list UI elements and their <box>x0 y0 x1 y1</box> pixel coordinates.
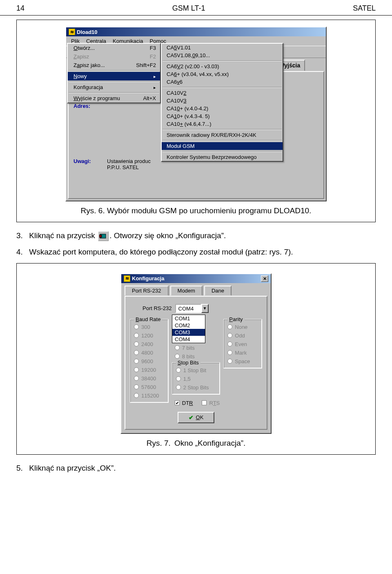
dload10-window: ≋ Dload10 Plik Centrala Komunikacja Pomo… <box>65 27 327 201</box>
nowy-submenu: CA5V1.01CA5V1.08,09,10...CA6V2 (v2.00 - … <box>161 43 283 162</box>
radio-option[interactable]: 1,5 <box>176 376 216 382</box>
radio-icon <box>227 333 232 338</box>
radio-option[interactable]: 1 Stop Bit <box>176 367 216 373</box>
radio-option[interactable]: 300 <box>134 324 165 330</box>
radio-option[interactable]: Odd <box>227 333 258 339</box>
radio-option[interactable]: 115200 <box>134 393 165 399</box>
radio-option[interactable]: Space <box>227 358 258 364</box>
tab-port-rs232[interactable]: Port RS-232 <box>125 286 169 296</box>
radio-icon <box>134 376 139 381</box>
radio-option[interactable]: 2 Stop Bits <box>176 384 216 391</box>
uwagi-line1: Ustawienia produc <box>107 158 151 164</box>
radio-icon <box>227 359 232 364</box>
group-parity: Parity NoneOddEvenMarkSpace <box>224 319 262 368</box>
radio-icon <box>176 368 181 373</box>
para-4-num: 4. <box>16 247 27 257</box>
submenu-item[interactable]: CA10+ (v.4.3-4. 5) <box>162 112 283 120</box>
radio-option[interactable]: 9600 <box>134 358 165 364</box>
checkbox-icon <box>202 400 207 405</box>
radio-icon <box>134 350 139 355</box>
radio-icon <box>134 342 139 346</box>
radio-icon <box>175 345 180 350</box>
dlg-titlebar: ≋ Konfiguracja ✕ <box>121 274 271 283</box>
check-icon: ✔ <box>189 414 194 421</box>
radio-option[interactable]: Even <box>227 341 258 347</box>
ok-button[interactable]: ✔ OK <box>178 412 214 423</box>
radio-option[interactable]: Mark <box>227 350 258 356</box>
page-header: 14 GSM LT-1 SATEL <box>0 0 392 16</box>
radio-option[interactable]: 1200 <box>134 333 165 339</box>
radio-icon <box>227 324 232 329</box>
fig2-caption-prefix: Rys. 7. <box>147 439 171 447</box>
menuitem-nowy[interactable]: Nowy <box>68 72 160 80</box>
radio-icon <box>134 367 139 372</box>
submenu-item[interactable]: CA6v6 <box>162 78 283 86</box>
config-toolbar-icon <box>98 231 109 241</box>
submenu-item[interactable]: CA10V3 <box>162 97 283 105</box>
submenu-item[interactable]: CA6+ (v3.04, v4.xx, v5.xx) <box>162 70 283 78</box>
submenu-item[interactable]: Moduł GSM <box>162 142 283 150</box>
submenu-item[interactable]: Sterownik radiowy RX/RE/RXH-2K/4K <box>162 131 283 139</box>
radio-option[interactable]: 2400 <box>134 341 165 347</box>
radio-icon <box>176 385 181 390</box>
fig1-caption-prefix: Rys. 6. <box>81 206 105 215</box>
checkbox-icon: ✔ <box>175 400 180 405</box>
menuitem-zapisz-jako[interactable]: Zapisz jako...Shift+F2 <box>68 61 160 69</box>
chevron-down-icon[interactable]: ▼ <box>201 304 209 313</box>
menuitem-konfiguracja[interactable]: Konfiguracja <box>68 83 160 92</box>
uwagi-line2: P.P.U. SATEL <box>107 164 151 170</box>
submenu-item[interactable]: CA10+ (v4.6,4.7...) <box>162 120 283 128</box>
fig1-caption-text: Wybór modułu GSM po uruchomieniu program… <box>107 206 311 215</box>
header-center: GSM LT-1 <box>172 4 205 13</box>
radio-icon <box>134 359 139 364</box>
submenu-item[interactable]: CA5V1.01 <box>162 44 283 51</box>
radio-icon <box>175 354 180 359</box>
radio-icon <box>134 393 139 398</box>
radio-option[interactable]: 38400 <box>134 375 165 382</box>
menuitem-wyjscie[interactable]: Wyjście z programuAlt+X <box>68 94 160 103</box>
dlg-title: Konfiguracja <box>132 275 164 281</box>
svg-rect-5 <box>99 235 102 237</box>
chk-rts[interactable]: RTS <box>202 400 220 406</box>
radio-option[interactable]: 57600 <box>134 384 165 390</box>
figure-1-caption: Rys. 6. Wybór modułu GSM po uruchomieniu… <box>23 206 369 215</box>
para-5-text: Kliknąć na przycisk „OK”. <box>29 464 116 472</box>
para-4-text: Wskazać port komputera, do którego podłą… <box>29 248 293 256</box>
submenu-item[interactable]: CA6V2 (v2.00 - v3.03) <box>162 63 283 70</box>
figure-2-caption: Rys. 7. Okno „Konfiguracja”. <box>23 439 369 448</box>
tab-modem[interactable]: Modem <box>170 286 203 296</box>
radio-option[interactable]: 7 bits <box>175 345 220 351</box>
radio-option[interactable]: 8 bits <box>175 353 220 360</box>
figure-2-frame: ≋ Konfiguracja ✕ Port RS-232 Modem Dane … <box>16 263 376 455</box>
radio-option[interactable]: None <box>227 324 258 330</box>
submenu-item[interactable]: Kontroler Systemu Bezprzewodowego <box>162 153 283 161</box>
app-icon: ≋ <box>69 29 75 35</box>
menuitem-otworz[interactable]: Otwórz...F3 <box>68 44 160 52</box>
para-3-num: 3. <box>16 230 27 241</box>
radio-icon <box>227 342 232 346</box>
ok-label: OK <box>196 414 204 420</box>
page-number: 14 <box>16 4 24 13</box>
radio-option[interactable]: 4800 <box>134 350 165 356</box>
radio-icon <box>134 333 139 338</box>
radio-option[interactable]: 19200 <box>134 367 165 373</box>
para-5-num: 5. <box>16 463 27 473</box>
dlg-inner: Port RS-232 COM4 ▼ COM1COM2COM3COM4 Baud… <box>125 296 267 430</box>
konfiguracja-dialog: ≋ Konfiguracja ✕ Port RS-232 Modem Dane … <box>120 273 272 434</box>
radio-icon <box>134 324 139 329</box>
app-icon: ≋ <box>124 275 130 282</box>
plik-dropdown: Otwórz...F3 ZapiszF2 Zapisz jako...Shift… <box>67 43 161 103</box>
figure-1-frame: ≋ Dload10 Plik Centrala Komunikacja Pomo… <box>16 20 376 222</box>
close-icon[interactable]: ✕ <box>261 275 268 282</box>
tab-dane[interactable]: Dane <box>204 286 232 296</box>
chk-dtr[interactable]: ✔ DTR <box>175 400 193 406</box>
submenu-item[interactable]: CA5V1.08,09,10... <box>162 51 283 59</box>
para-3: 3. Kliknąć na przycisk . Otworzy się okn… <box>16 230 376 241</box>
port-combo-value: COM4 <box>175 304 201 313</box>
submenu-item[interactable]: CA10V2 <box>162 89 283 97</box>
submenu-item[interactable]: CA10+ (v.4.0-4.2) <box>162 105 283 112</box>
radio-icon <box>176 376 181 381</box>
group-stopbits: Stop Bits 1 Stop Bit1,52 Stop Bits <box>172 363 220 394</box>
port-combo[interactable]: COM4 ▼ <box>175 304 209 313</box>
adres-label: Adres: <box>74 103 102 109</box>
